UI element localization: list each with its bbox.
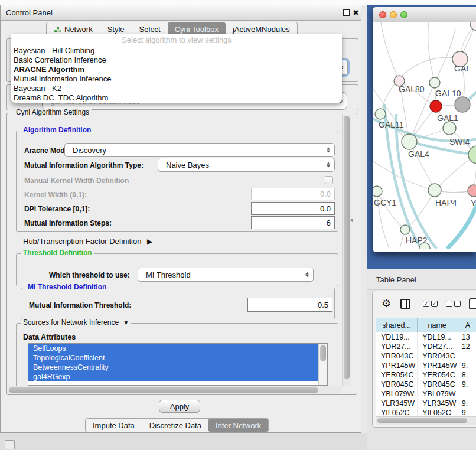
settings-horizontal-scrollbar[interactable]	[8, 386, 341, 394]
table-row[interactable]: YDR27...YDR27...12	[376, 342, 476, 351]
node-label-gal4: GAL4	[408, 149, 429, 159]
algorithm-option[interactable]: Basic Correlation Inference	[11, 56, 342, 65]
bottom-tab-infer-network[interactable]: Infer Network	[208, 419, 268, 432]
tab-label: Style	[107, 25, 125, 34]
expand-down-icon: ▼	[123, 319, 129, 326]
unchecked-box-icon	[454, 301, 461, 307]
column-header-1[interactable]: shared...	[376, 318, 418, 332]
table-row[interactable]: YPR145WYPR145W9.	[376, 361, 476, 370]
table-cell: YIL052C	[376, 408, 418, 416]
table-panel: ⚙ ✓ ✓ shared...nameA YDL19...YDL19...13Y…	[372, 291, 476, 428]
table-cell: YDR27...	[418, 342, 457, 351]
dpi-tolerance-field[interactable]: 0.0	[251, 202, 335, 215]
mi-steps-label: Mutual Information Steps:	[24, 219, 112, 227]
sources-toggle[interactable]: Sources for Network Inference ▼	[21, 319, 131, 327]
table-cell: YBR045C	[418, 380, 457, 389]
attribute-item[interactable]: SelfLoops	[28, 344, 327, 353]
table-row[interactable]: YBL079WYBL079W	[376, 389, 476, 399]
minimize-traffic-light-icon[interactable]	[390, 11, 397, 18]
algorithm-option[interactable]: Bayesian - K2	[11, 84, 342, 93]
algorithm-option[interactable]: Dream8 DC_TDC Algorithm	[11, 93, 342, 103]
node-label-gal: GAL	[454, 64, 471, 73]
scrollbar-thumb[interactable]	[9, 387, 318, 393]
control-panel-titlebar: Control Panel ✖	[1, 5, 361, 21]
column-layout-icon[interactable]	[400, 299, 410, 309]
algorithm-option[interactable]: ARACNE Algorithm	[11, 65, 342, 74]
sources-title: Sources for Network Inference	[23, 318, 119, 327]
mi-threshold-value: 0.5	[318, 301, 328, 309]
which-threshold-value: MI Threshold	[146, 270, 191, 279]
aracne-mode-combobox[interactable]: Discovery	[64, 143, 335, 157]
which-threshold-combobox[interactable]: MI Threshold	[138, 268, 314, 282]
zoom-traffic-light-icon[interactable]	[400, 11, 407, 18]
algorithm-option[interactable]: Mutual Information Inference	[11, 74, 342, 84]
algorithm-option[interactable]: Bayesian - Hill Climbing	[11, 46, 342, 56]
top-strip-tick	[11, 0, 11, 4]
mi-threshold-field[interactable]: 0.5	[247, 298, 332, 312]
table-horizontal-scrollbar[interactable]	[376, 416, 476, 425]
scrollbar-thumb[interactable]	[320, 345, 326, 361]
column-header-3[interactable]: A	[457, 318, 476, 332]
attributes-vertical-scrollbar[interactable]	[318, 344, 327, 385]
close-icon[interactable]: ✖	[353, 9, 359, 17]
dock-mini-button[interactable]	[5, 440, 15, 449]
aracne-mode-value: Discovery	[73, 146, 106, 155]
network-canvas[interactable]: GALGAL80GAL10GAL1GAL11SWI4GAL4GCY1HAP4YH…	[373, 22, 476, 249]
attribute-item[interactable]: gal4RGexp	[28, 372, 327, 381]
scrollbar-thumb[interactable]	[344, 116, 350, 379]
table-row[interactable]: YLR345WYLR345W9.	[376, 399, 476, 408]
scrollbar-thumb[interactable]	[377, 418, 467, 423]
dpi-tolerance-label: DPI Tolerance [0,1]:	[24, 205, 90, 213]
node-label-gal1: GAL1	[437, 113, 458, 123]
splitter-handle[interactable]	[350, 218, 353, 223]
table-cell: 9.	[457, 408, 476, 416]
threshold-title: Threshold Definition	[21, 249, 94, 257]
bottom-tab-discretize-data[interactable]: Discretize Data	[142, 419, 208, 432]
table-cell	[457, 389, 476, 399]
table-row[interactable]: YIL052CYIL052C9.	[376, 408, 476, 416]
table-cell: YDL19...	[418, 332, 457, 342]
table-row[interactable]: YER054CYER054C8.	[376, 370, 476, 380]
cyni-settings-title: Cyni Algorithm Settings	[14, 109, 92, 116]
clipped-toolbar-icon[interactable]	[469, 298, 476, 309]
mi-threshold-label: Mutual Information Threshold:	[29, 301, 131, 309]
top-strip	[0, 0, 476, 5]
mi-steps-field[interactable]: 6	[251, 216, 335, 229]
hub-definition-label: Hub/Transcription Factor Definition	[23, 237, 141, 246]
table-row[interactable]: YDL19...YDL19...13	[376, 332, 476, 342]
kernel-width-field: 0.0	[251, 188, 335, 200]
kernel-width-label: Kernel Width (0,1):	[24, 191, 87, 199]
node-label-swi4: SWI4	[449, 137, 470, 146]
node-label-gal11: GAL11	[379, 120, 404, 129]
column-header-2[interactable]: name	[418, 318, 457, 332]
table-row[interactable]: YBR045CYBR045C9.	[376, 380, 476, 389]
apply-button[interactable]: Apply	[159, 400, 200, 413]
combo-arrows-icon	[305, 272, 309, 278]
network-window-titlebar[interactable]	[373, 7, 476, 23]
settings-vertical-scrollbar[interactable]	[342, 115, 351, 386]
mi-type-label: Mutual Information Algorithm Type:	[24, 161, 144, 169]
settings-gear-icon[interactable]: ⚙	[382, 297, 391, 310]
bottom-tab-impute-data[interactable]: Impute Data	[86, 419, 142, 432]
table-cell: 13	[457, 332, 476, 342]
attribute-item[interactable]: TopologicalCoefficient	[28, 353, 327, 363]
table-panel-title: Table Panel	[367, 269, 476, 284]
checked-box-icon: ✓	[423, 301, 429, 307]
node-label-y: Y	[471, 198, 476, 208]
close-traffic-light-icon[interactable]	[379, 11, 386, 18]
table-row[interactable]: YBR043CYBR043C	[376, 351, 476, 361]
select-all-icon[interactable]: ✓ ✓	[423, 301, 438, 307]
table-cell: YBR045C	[376, 380, 418, 389]
algorithm-dropdown-popup: Select algorithm to view settings Bayesi…	[11, 34, 342, 103]
mi-type-combobox[interactable]: Naive Bayes	[158, 158, 335, 172]
combo-arrows-icon	[327, 162, 330, 168]
attribute-item[interactable]: BetweennessCentrality	[28, 363, 327, 372]
deselect-all-icon[interactable]	[446, 301, 461, 307]
kernel-width-value: 0.0	[320, 190, 331, 198]
table-cell: YLR345W	[418, 399, 457, 408]
hub-definition-toggle[interactable]: Hub/Transcription Factor Definition ▶	[23, 237, 152, 246]
manual-kernel-checkbox[interactable]	[325, 176, 333, 184]
table-cell	[457, 351, 476, 361]
table-cell: YER054C	[418, 370, 457, 380]
float-window-icon[interactable]	[343, 9, 350, 16]
